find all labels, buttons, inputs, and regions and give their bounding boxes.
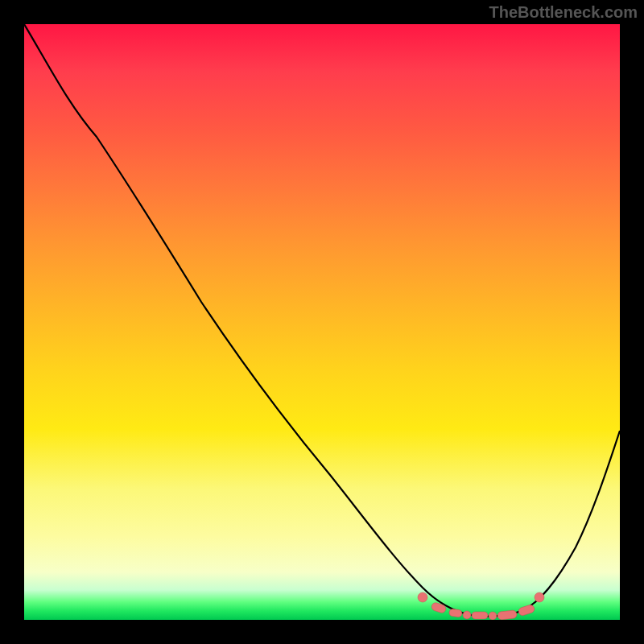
valley-marker bbox=[463, 611, 471, 619]
valley-marker bbox=[472, 612, 488, 619]
plot-area bbox=[24, 24, 620, 620]
valley-marker bbox=[418, 592, 427, 602]
bottleneck-curve-line bbox=[24, 24, 620, 617]
valley-marker bbox=[497, 610, 518, 620]
valley-marker bbox=[448, 609, 462, 617]
curve-layer bbox=[24, 24, 620, 620]
watermark-text: TheBottleneck.com bbox=[489, 3, 638, 22]
valley-marker bbox=[489, 612, 497, 620]
valley-marker bbox=[431, 601, 447, 613]
valley-marker bbox=[518, 604, 535, 617]
chart-container: TheBottleneck.com bbox=[0, 0, 644, 644]
valley-marker bbox=[535, 592, 544, 602]
